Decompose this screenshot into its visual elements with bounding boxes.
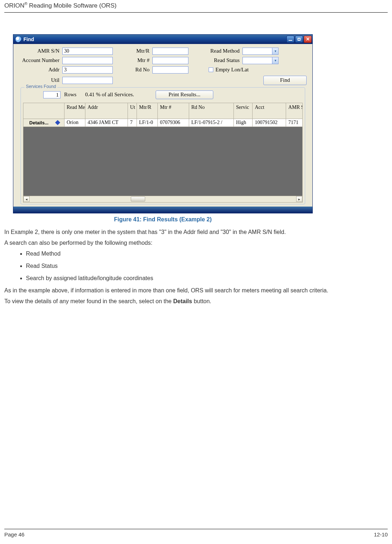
body-p2: A search can also be performed by the fo…	[4, 239, 388, 247]
chevron-down-icon: ▾	[272, 57, 279, 64]
col-addr[interactable]: Addr	[85, 103, 128, 119]
find-window: Find ✕ AMR S/N 30 Mtr/R Read Method ▾	[13, 34, 313, 213]
percent-label: 0.41 % of all Services.	[85, 92, 134, 98]
scroll-right-icon[interactable]: ▸	[296, 196, 302, 202]
body-p1: In Example 2, there is only one meter in…	[4, 228, 388, 236]
addr-label: Addr	[19, 67, 62, 73]
cell-mtr-r: LF/1-0	[137, 119, 157, 127]
print-results-button[interactable]: Print Results...	[156, 90, 213, 99]
body-list: Read Method Read Status Search by assign…	[4, 249, 388, 283]
window-bottom-strip	[13, 207, 312, 213]
cell-mtr-num: 07079306	[157, 119, 189, 127]
titlebar: Find ✕	[13, 35, 312, 44]
header-title-prefix: ORION	[4, 2, 24, 9]
scroll-left-icon[interactable]: ◂	[23, 196, 30, 202]
header-rule	[4, 12, 388, 13]
util-label: Util	[19, 77, 62, 83]
revision-number: 12-10	[374, 531, 388, 538]
read-status-label: Read Status	[203, 57, 242, 63]
mtr-r-input[interactable]	[152, 48, 188, 55]
find-button[interactable]: Find	[263, 76, 307, 85]
horizontal-scrollbar[interactable]: ◂ ▸	[23, 196, 303, 203]
grid-empty-area	[23, 127, 303, 196]
col-servic[interactable]: Servic	[234, 103, 253, 119]
col-mtr-num[interactable]: Mtr #	[157, 103, 189, 119]
amr-sn-label: AMR S/N	[19, 48, 62, 54]
cell-amr-sn: 7171	[286, 119, 303, 127]
registered-mark: ®	[24, 1, 27, 6]
body-p4: To view the details of any meter found i…	[4, 297, 388, 306]
col-rd-no[interactable]: Rd No	[189, 103, 234, 119]
util-input[interactable]	[62, 77, 113, 84]
maximize-button[interactable]	[295, 36, 303, 43]
mtr-r-label: Mtr/R	[127, 48, 152, 54]
scroll-thumb[interactable]	[131, 196, 145, 202]
addr-input[interactable]: 3	[62, 66, 113, 74]
rd-no-label: Rd No	[127, 67, 152, 73]
empty-lonlat-label: Empty Lon/Lat	[215, 67, 249, 73]
body-li1: Read Method	[26, 249, 388, 258]
services-found-legend: Services Found	[24, 84, 57, 89]
rd-no-input[interactable]	[152, 66, 188, 74]
checkbox-icon	[209, 67, 213, 72]
grid-header-row: Read Method Addr Ut Mtr/R Mtr # Rd No Se…	[23, 103, 303, 119]
body-li2: Read Status	[26, 262, 388, 270]
rows-label: Rows	[64, 92, 76, 98]
mtr-num-label: Mtr #	[127, 57, 152, 63]
read-status-dropdown[interactable]: ▾	[242, 57, 279, 64]
chevron-down-icon: ▾	[272, 48, 279, 55]
read-method-dropdown[interactable]: ▾	[242, 48, 279, 55]
close-button[interactable]: ✕	[304, 36, 312, 43]
col-read-method[interactable]: Read Method	[64, 103, 85, 119]
page-number: Page 46	[4, 531, 24, 538]
diamond-icon	[55, 120, 60, 125]
empty-lonlat-checkbox[interactable]: Empty Lon/Lat	[209, 67, 249, 73]
account-number-input[interactable]	[62, 57, 113, 64]
results-grid: Read Method Addr Ut Mtr/R Mtr # Rd No Se…	[23, 103, 303, 203]
mtr-num-input[interactable]	[152, 57, 188, 64]
search-form: AMR S/N 30 Mtr/R Read Method ▾ Account N…	[13, 44, 312, 207]
cell-read-method: Orion	[64, 119, 85, 127]
figure-caption: Figure 41: Find Results (Example 2)	[13, 216, 313, 223]
cell-rd-no: LF/1-07915-2 /	[189, 119, 234, 127]
services-found-fieldset: Services Found 1 Rows 0.41 % of all Serv…	[21, 87, 305, 204]
cell-servic: High	[234, 119, 253, 127]
document-header: ORION® Reading Mobile Software (ORS)	[0, 0, 392, 12]
grid-data-row[interactable]: Details... Orion 4346 JAMI CT 7 LF/1-0 0…	[23, 119, 303, 127]
col-acct[interactable]: Acct	[253, 103, 286, 119]
cell-addr: 4346 JAMI CT	[85, 119, 128, 127]
body-li3: Search by assigned latitude/longitude co…	[26, 274, 388, 283]
cell-acct: 100791502	[253, 119, 286, 127]
amr-sn-input[interactable]: 30	[62, 48, 113, 55]
minimize-button[interactable]	[286, 36, 294, 43]
col-amr-sn[interactable]: AMR S/N	[286, 103, 303, 119]
rows-count: 1	[43, 91, 61, 98]
cell-ut: 7	[128, 119, 137, 127]
body-p3: As in the example above, if information …	[4, 286, 388, 295]
read-method-label: Read Method	[203, 48, 242, 54]
account-number-label: Account Number	[19, 57, 62, 63]
window-title: Find	[23, 36, 286, 42]
col-mtr-r[interactable]: Mtr/R	[137, 103, 157, 119]
app-icon	[15, 36, 21, 42]
header-title-suffix: Reading Mobile Software (ORS)	[27, 2, 117, 9]
details-button[interactable]: Details...	[26, 120, 52, 126]
col-ut[interactable]: Ut	[128, 103, 137, 119]
